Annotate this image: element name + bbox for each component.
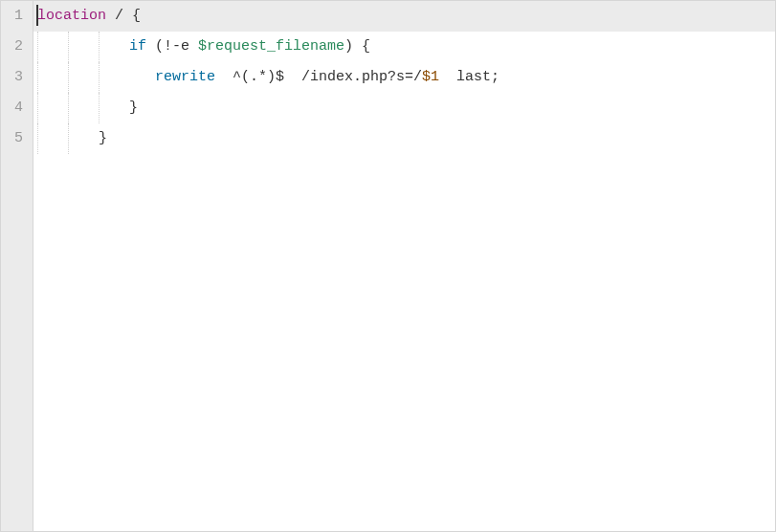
token: (!-e	[146, 38, 198, 55]
code-content[interactable]: location / {if (!-e $request_filename) {…	[33, 1, 775, 154]
line-number: 4	[14, 93, 23, 123]
token: ^(.*)$ /index.php?s=/	[215, 69, 422, 85]
line-number: 2	[14, 32, 23, 62]
token	[129, 69, 155, 85]
token: ) {	[344, 38, 370, 55]
token-variable: $request_filename	[198, 38, 344, 55]
token-builtin: if	[129, 38, 146, 55]
token-keyword: location	[37, 8, 106, 24]
token: }	[129, 100, 138, 116]
line-number: 1	[14, 1, 23, 32]
code-line[interactable]: if (!-e $request_filename) {	[33, 32, 775, 62]
token: }	[99, 130, 107, 146]
code-area[interactable]: location / {if (!-e $request_filename) {…	[33, 1, 775, 531]
token-builtin: rewrite	[155, 69, 215, 85]
token: last;	[439, 69, 499, 85]
code-line[interactable]: }	[33, 123, 775, 154]
code-line[interactable]: }	[33, 93, 775, 123]
code-editor[interactable]: 1 2 3 4 5 location / {if (!-e $request_f…	[0, 0, 776, 532]
line-number-gutter: 1 2 3 4 5	[1, 1, 33, 531]
code-line[interactable]: location / {	[33, 1, 775, 32]
line-number: 5	[14, 123, 23, 154]
code-line[interactable]: rewrite ^(.*)$ /index.php?s=/$1 last;	[33, 62, 775, 93]
line-number: 3	[14, 62, 23, 93]
token-variable: $1	[422, 69, 439, 85]
token: / {	[106, 8, 141, 24]
